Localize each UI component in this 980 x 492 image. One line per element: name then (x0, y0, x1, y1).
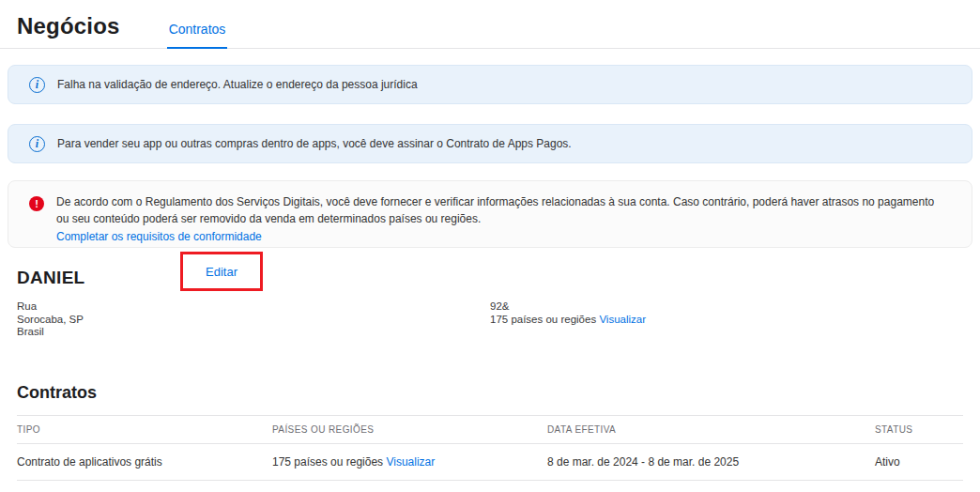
alert-icon: ! (29, 196, 44, 211)
legal-entity-section: DANIEL Editar Rua Sorocaba, SP Brasil 92… (0, 248, 980, 339)
banner-address-validation: i Falha na validação de endereço. Atuali… (8, 65, 972, 104)
table-header-row: TIPO PAÍSES OU REGIÕES DATA EFETIVA STAT… (17, 415, 963, 443)
entity-account-info: 92& 175 países ou regiões Visualizar (490, 300, 963, 339)
annotation-box: Editar (180, 252, 263, 291)
tab-contratos[interactable]: Contratos (167, 22, 228, 49)
banner-paid-apps-contract: i Para vender seu app ou outras compras … (8, 124, 972, 163)
table-row: Contrato de aplicativos pagos 175 países… (17, 480, 963, 492)
column-header-paises: PAÍSES OU REGIÕES (272, 415, 547, 443)
contract-type: Contrato de aplicativos grátis (17, 443, 272, 480)
contract-status: Novo (875, 480, 963, 492)
table-row: Contrato de aplicativos grátis 175 paíse… (17, 443, 963, 480)
contract-date: 8 de mar. de 2024 - 8 de mar. de 2025 (547, 443, 875, 480)
regions-view-link[interactable]: Visualizar (599, 314, 646, 325)
page-header: Negócios Contratos (0, 0, 980, 49)
address-line: Brasil (17, 326, 490, 339)
column-header-data-efetiva: DATA EFETIVA (547, 415, 875, 443)
contracts-heading: Contratos (17, 383, 963, 403)
banner-text: Para vender seu app ou outras compras de… (57, 136, 572, 151)
account-number: 92& (490, 300, 963, 314)
address-line: Sorocaba, SP (17, 314, 490, 327)
column-header-tipo: TIPO (17, 415, 272, 443)
column-header-status: STATUS (875, 415, 963, 443)
contract-date (547, 480, 875, 492)
contract-regions: 175 países ou regiões Visualizar (272, 480, 547, 492)
regions-view-link[interactable]: Visualizar (386, 455, 435, 469)
compliance-requirements-link[interactable]: Completar os requisitos de conformidade (56, 228, 262, 245)
entity-address: Rua Sorocaba, SP Brasil (17, 300, 490, 339)
alert-text: De acordo com o Regulamento dos Serviços… (56, 193, 939, 227)
address-line: Rua (17, 300, 490, 314)
edit-button[interactable]: Editar (206, 265, 237, 279)
contracts-section: Contratos TIPO PAÍSES OU REGIÕES DATA EF… (0, 383, 980, 492)
banner-text: Falha na validação de endereço. Atualize… (57, 77, 418, 92)
regions-text: 175 países ou regiões (490, 314, 596, 325)
contract-type: Contrato de aplicativos pagos (17, 480, 272, 492)
contract-regions: 175 países ou regiões Visualizar (272, 443, 547, 480)
page-title: Negócios (17, 13, 120, 39)
banner-dsa-compliance: ! De acordo com o Regulamento dos Serviç… (8, 180, 972, 248)
info-icon: i (29, 136, 45, 152)
regions-text: 175 países ou regiões (272, 455, 383, 469)
contract-status: Ativo (875, 443, 963, 480)
contracts-table: TIPO PAÍSES OU REGIÕES DATA EFETIVA STAT… (17, 415, 963, 492)
info-icon: i (29, 77, 45, 93)
entity-name: DANIEL (17, 262, 963, 288)
banner-stack: i Falha na validação de endereço. Atuali… (0, 65, 980, 248)
